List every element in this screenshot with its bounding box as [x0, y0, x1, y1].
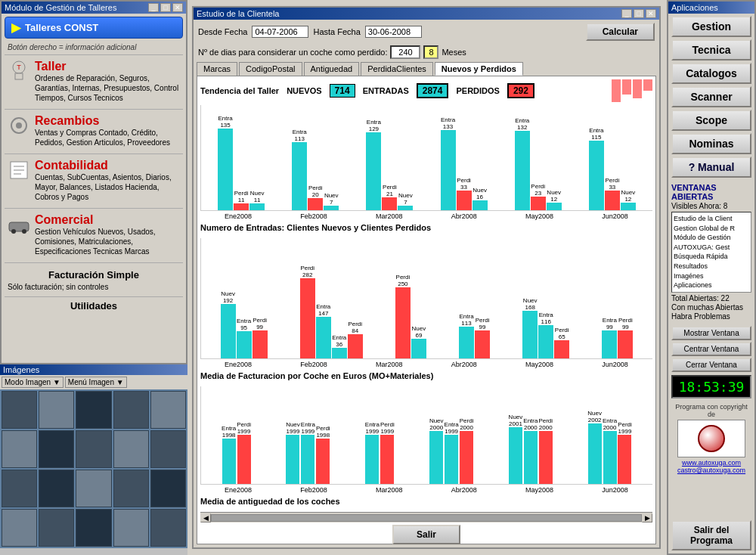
chart1-title: Numero de Entradas: Clientes Nuevos y Cl… [200, 223, 652, 232]
tabs-bar: Marcas CodigoPostal Antiguedad PerdidaCl… [194, 60, 659, 76]
img-cell [39, 430, 74, 468]
modo-imagen-btn[interactable]: Modo Imagen ▼ [2, 377, 64, 388]
tab-antiguedad[interactable]: Antiguedad [304, 62, 360, 76]
factura-simple-btn[interactable]: Facturación Simple [8, 268, 180, 282]
tendencia-label: Tendencia del Taller [200, 86, 279, 95]
img-cell [113, 391, 149, 429]
mostrar-ventana-btn[interactable]: Mostrar Ventana [671, 326, 751, 340]
contabilidad-desc: Cuentas, SubCuentas, Asientos, Diarios, … [35, 172, 180, 202]
img-cell [2, 391, 37, 429]
recambios-icon [8, 114, 30, 137]
ventana-item[interactable]: Aplicaciones [674, 281, 749, 290]
menu-imagen-btn[interactable]: Menú Imagen ▼ [65, 377, 127, 388]
talleres-label: Talleres CONST [25, 22, 98, 33]
salir-button[interactable]: Salir del Programa [671, 520, 751, 550]
meses-input[interactable] [423, 45, 438, 59]
bar-group-jun: Entra 115 Perdi 33 Nuev 12 [589, 127, 636, 210]
bar-group-ene: Entra 135 Perdi 11 Nuev 11 [218, 115, 265, 210]
close-btn[interactable]: ✕ [172, 3, 183, 12]
taller-title[interactable]: Taller [35, 60, 180, 73]
month-feb: Feb2008 [300, 212, 327, 220]
bar-group-may: Entra 132 Perdi 23 Nuev 12 [515, 117, 562, 210]
hscroll-thumb[interactable] [211, 514, 642, 522]
scanner-menu-btn[interactable]: Scanner [671, 86, 751, 107]
minimize-btn[interactable]: _ [148, 3, 159, 12]
hasta-input[interactable] [365, 26, 422, 38]
main-salir-button[interactable]: Salir [392, 525, 460, 544]
svg-rect-1 [15, 73, 23, 79]
comercial-title[interactable]: Comercial [35, 213, 180, 227]
cerrar-ventana-btn[interactable]: Cerrar Ventana [671, 358, 751, 372]
divider2 [5, 109, 183, 110]
main-maximize-btn[interactable]: □ [634, 9, 644, 18]
img-cell [150, 470, 186, 507]
main-close-btn[interactable]: ✕ [646, 9, 656, 18]
img-cell [76, 430, 111, 468]
calcular-button[interactable]: Calcular [586, 23, 655, 41]
chart3-bar-jun: Nuev 2002 Entra 2000 Perdi 1999 [587, 410, 632, 484]
ventanas-title: VENTANAS ABIERTAS [671, 183, 751, 201]
perdidos-label: PERDIDOS [456, 86, 499, 95]
tecnica-menu-btn[interactable]: Tecnica [671, 39, 751, 60]
main-window: Estudio de la Clientela _ □ ✕ Desde Fech… [192, 6, 661, 549]
ventana-item[interactable]: Gestion Global de R [674, 224, 749, 234]
tab-marcas[interactable]: Marcas [197, 62, 237, 76]
maximize-btn[interactable]: □ [160, 3, 171, 12]
images-toolbar: Modo Imagen ▼ Menú Imagen ▼ [0, 375, 187, 389]
img-cell [76, 470, 111, 507]
chart3-bar-ene: Entra 1998 Perdi 1999 [222, 421, 251, 484]
talleres-button[interactable]: ▶ Talleres CONST [5, 17, 183, 39]
comercial-desc: Gestion Vehículos Nuevos, Usados, Comisi… [35, 227, 180, 256]
dias-input[interactable] [390, 45, 420, 59]
gestion-menu-btn[interactable]: Gestion [671, 16, 751, 37]
tab-nuevosperdidos[interactable]: Nuevos y Perdidos [435, 62, 523, 76]
ventana-item[interactable]: Resultados [674, 262, 749, 271]
img-cell [39, 391, 74, 429]
utilidades-btn[interactable]: Utilidades [2, 299, 186, 313]
ventana-item[interactable]: AUTOXUGA: Gest [674, 243, 749, 253]
ventanas-list: Estudio de la Client Gestion Global de R… [671, 212, 751, 293]
contabilidad-title[interactable]: Contabilidad [35, 159, 180, 172]
dias-bar: Nº de dias para considerar un coche como… [194, 44, 659, 60]
recambios-title[interactable]: Recambios [35, 114, 180, 128]
ventana-item[interactable]: Estudio de la Client [674, 214, 749, 224]
chart2-bar-mar: Perdi 250 Nuev 69 [395, 274, 426, 358]
image-grid [0, 389, 187, 548]
month-mar: Mar2008 [376, 212, 403, 220]
email-link[interactable]: castro@autoxuga.com [671, 467, 751, 474]
website-link[interactable]: www.autoxuga.com [671, 459, 751, 467]
img-cell [39, 509, 74, 547]
hscrollbar[interactable]: ◀ ▶ [200, 512, 652, 522]
catalogos-menu-btn[interactable]: Catalogos [671, 63, 751, 84]
comercial-icon [8, 213, 30, 236]
main-minimize-btn[interactable]: _ [621, 9, 632, 18]
taller-desc: Ordenes de Reparación, Seguros, Garantía… [35, 73, 180, 103]
images-content [0, 389, 187, 548]
scope-menu-btn[interactable]: Scope [671, 110, 751, 131]
hasta-label: Hasta Fecha [313, 27, 360, 36]
manual-menu-btn[interactable]: ? Manual [671, 157, 751, 178]
img-cell [113, 470, 149, 507]
visibles-info: Visibles Ahora: 8 [671, 202, 751, 210]
divider4 [5, 208, 183, 209]
chart-area[interactable]: Tendencia del Taller NUEVOS 714 ENTRADAS… [197, 76, 656, 544]
left-title: Módulo de Gestión de Talleres [5, 3, 116, 12]
desde-input[interactable] [252, 26, 308, 38]
chart2-bar-abr: Entra 113 Perdi 99 [459, 313, 490, 358]
svg-point-4 [16, 122, 22, 129]
tab-perdidaclientes[interactable]: PerdidaClientes [361, 62, 433, 76]
centrar-ventana-btn[interactable]: Centrar Ventana [671, 342, 751, 356]
ventana-item[interactable]: Búsqueda Rápida [674, 252, 749, 262]
scroll-right-btn[interactable]: ▶ [642, 513, 652, 522]
chart3-title: Media de antiguedad de los coches [200, 497, 652, 506]
mini-bar2 [622, 79, 631, 95]
chart2-bar-jun: Entra 99 Perdi 99 [602, 317, 633, 358]
img-cell [76, 391, 111, 429]
nominas-menu-btn[interactable]: Nominas [671, 133, 751, 154]
tab-codigopostal[interactable]: CodigoPostal [239, 62, 302, 76]
scroll-left-btn[interactable]: ◀ [200, 513, 211, 522]
img-cell [76, 509, 111, 547]
divider1 [5, 54, 183, 55]
ventana-item[interactable]: Módulo de Gestión [674, 233, 749, 243]
ventana-item[interactable]: Imagénes [674, 271, 749, 281]
